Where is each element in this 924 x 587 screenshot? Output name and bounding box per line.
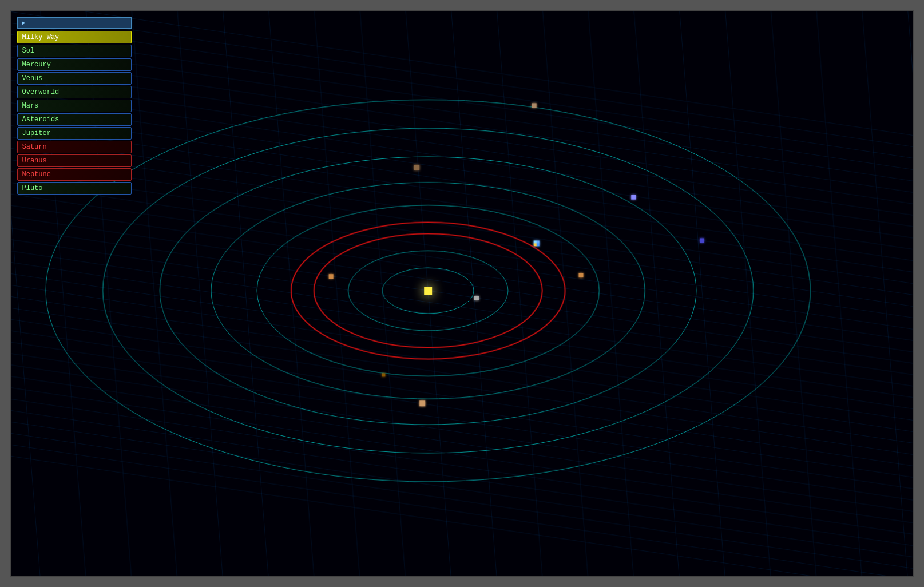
sidebar-item-venus[interactable]: Venus [17, 72, 132, 85]
catalog-list: Milky WaySolMercuryVenusOverworldMarsAst… [17, 31, 132, 195]
sidebar-item-milky-way[interactable]: Milky Way [17, 31, 132, 43]
catalog-sidebar: Milky WaySolMercuryVenusOverworldMarsAst… [17, 17, 132, 196]
sidebar-item-mars[interactable]: Mars [17, 100, 132, 112]
sidebar-item-overworld[interactable]: Overworld [17, 86, 132, 98]
sidebar-item-neptune[interactable]: Neptune [17, 168, 132, 181]
sidebar-item-uranus[interactable]: Uranus [17, 154, 132, 167]
sidebar-item-saturn[interactable]: Saturn [17, 141, 132, 153]
sidebar-item-mercury[interactable]: Mercury [17, 58, 132, 71]
sidebar-item-pluto[interactable]: Pluto [17, 182, 132, 195]
sidebar-item-sol[interactable]: Sol [17, 45, 132, 57]
catalog-title [17, 17, 132, 29]
main-window: Milky WaySolMercuryVenusOverworldMarsAst… [10, 10, 914, 577]
sidebar-item-asteroids[interactable]: Asteroids [17, 113, 132, 126]
sidebar-item-jupiter[interactable]: Jupiter [17, 127, 132, 140]
solar-system-view [11, 11, 913, 576]
